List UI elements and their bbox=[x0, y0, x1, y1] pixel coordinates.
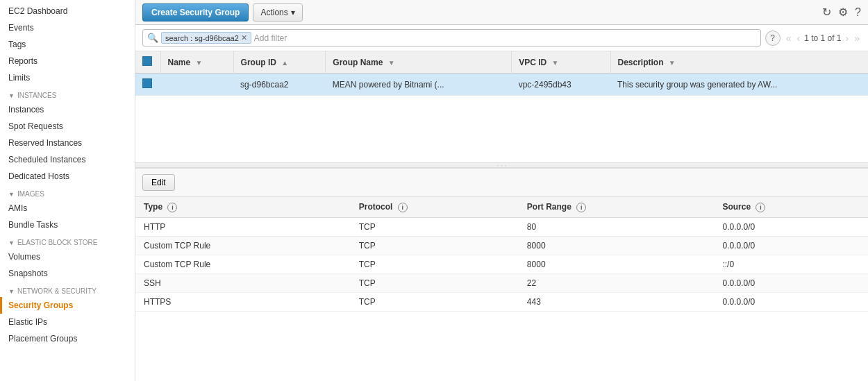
detail-protocol: TCP bbox=[351, 237, 519, 255]
row-group-name: MEAN powered by Bitnami (... bbox=[326, 74, 512, 96]
sidebar-item-reserved-instances[interactable]: Reserved Instances bbox=[0, 135, 135, 151]
table-header-group-id[interactable]: Group ID ▲ bbox=[233, 51, 326, 74]
row-name bbox=[160, 74, 233, 96]
toolbar-right: ↻ ⚙ ? bbox=[822, 6, 861, 19]
detail-type: HTTP bbox=[135, 218, 351, 237]
sidebar-item-placement-groups[interactable]: Placement Groups bbox=[0, 330, 135, 347]
sidebar-item-volumes[interactable]: Volumes bbox=[0, 248, 135, 265]
sidebar-section-network-&-security: ▼ NETWORK & SECURITYSecurity GroupsElast… bbox=[0, 282, 135, 347]
sidebar-item-ec2-dashboard[interactable]: EC2 Dashboard bbox=[0, 3, 135, 19]
detail-type: HTTPS bbox=[135, 293, 351, 312]
section-arrow-icon: ▼ bbox=[8, 191, 15, 198]
table-header-row: Name ▼ Group ID ▲ Group Name ▼ VPC ID ▼ … bbox=[135, 51, 868, 74]
pagination-first-button[interactable]: « bbox=[785, 33, 793, 44]
type-info-icon[interactable]: i bbox=[167, 203, 177, 212]
detail-type: Custom TCP Rule bbox=[135, 237, 351, 255]
detail-header-protocol: Protocol i bbox=[351, 197, 519, 218]
detail-source: ::/0 bbox=[714, 255, 868, 274]
detail-table-row: HTTP TCP 80 0.0.0.0/0 bbox=[135, 218, 868, 237]
detail-port-range: 80 bbox=[519, 218, 715, 237]
detail-table-row: Custom TCP Rule TCP 8000 ::/0 bbox=[135, 255, 868, 274]
row-description: This security group was generated by AW.… bbox=[610, 74, 868, 96]
table-header-description[interactable]: Description ▼ bbox=[610, 51, 868, 74]
detail-port-range: 443 bbox=[519, 293, 715, 312]
sidebar-item-snapshots[interactable]: Snapshots bbox=[0, 265, 135, 282]
row-group-id: sg-d96bcaa2 bbox=[233, 74, 326, 96]
detail-panel: Edit Type i Protocol i Port Range i Sour… bbox=[135, 168, 868, 381]
sidebar-section-images: ▼ IMAGESAMIsBundle Tasks bbox=[0, 185, 135, 233]
detail-protocol: TCP bbox=[351, 218, 519, 237]
toolbar: Create Security Group Actions ▾ ↻ ⚙ ? bbox=[135, 0, 868, 25]
sidebar-item-security-groups[interactable]: Security Groups bbox=[0, 297, 135, 314]
sort-icon: ▼ bbox=[669, 59, 676, 67]
sidebar-item-scheduled-instances[interactable]: Scheduled Instances bbox=[0, 151, 135, 168]
detail-port-range: 8000 bbox=[519, 255, 715, 274]
security-groups-table: Name ▼ Group ID ▲ Group Name ▼ VPC ID ▼ … bbox=[135, 51, 868, 96]
pagination: « ‹ 1 to 1 of 1 › » bbox=[785, 33, 861, 44]
table-row[interactable]: sg-d96bcaa2 MEAN powered by Bitnami (...… bbox=[135, 74, 868, 96]
detail-type: SSH bbox=[135, 274, 351, 293]
detail-table-row: Custom TCP Rule TCP 8000 0.0.0.0/0 bbox=[135, 237, 868, 255]
section-title: IMAGES bbox=[17, 190, 44, 198]
detail-source: 0.0.0.0/0 bbox=[714, 218, 868, 237]
sidebar-item-limits[interactable]: Limits bbox=[0, 69, 135, 86]
edit-button[interactable]: Edit bbox=[142, 174, 175, 191]
search-tag-close[interactable]: ✕ bbox=[241, 33, 247, 42]
table-header-checkbox[interactable] bbox=[135, 51, 160, 74]
detail-header-type: Type i bbox=[135, 197, 351, 218]
header-checkbox[interactable] bbox=[142, 56, 152, 66]
detail-protocol: TCP bbox=[351, 255, 519, 274]
pagination-prev-button[interactable]: ‹ bbox=[795, 33, 801, 44]
help-button[interactable]: ? bbox=[855, 6, 861, 19]
create-security-group-button[interactable]: Create Security Group bbox=[142, 3, 249, 22]
detail-source: 0.0.0.0/0 bbox=[714, 237, 868, 255]
detail-header-port-range: Port Range i bbox=[519, 197, 715, 218]
detail-header-row: Type i Protocol i Port Range i Source i bbox=[135, 197, 868, 218]
resize-handle[interactable]: · · · bbox=[135, 162, 868, 168]
settings-button[interactable]: ⚙ bbox=[838, 6, 848, 19]
sort-icon: ▲ bbox=[281, 59, 288, 67]
detail-port-range: 8000 bbox=[519, 237, 715, 255]
sidebar-item-instances[interactable]: Instances bbox=[0, 101, 135, 118]
sidebar-item-events[interactable]: Events bbox=[0, 19, 135, 36]
sidebar-section-elastic-block-store: ▼ ELASTIC BLOCK STOREVolumesSnapshots bbox=[0, 233, 135, 282]
port-range-info-icon[interactable]: i bbox=[576, 203, 586, 212]
search-bar: 🔍 search : sg-d96bcaa2 ✕ Add filter ? « … bbox=[135, 25, 868, 51]
search-tag: search : sg-d96bcaa2 ✕ bbox=[161, 32, 251, 44]
sidebar-item-reports[interactable]: Reports bbox=[0, 53, 135, 69]
search-box[interactable]: 🔍 search : sg-d96bcaa2 ✕ Add filter bbox=[142, 29, 761, 46]
detail-table-row: HTTPS TCP 443 0.0.0.0/0 bbox=[135, 293, 868, 312]
sort-icon: ▼ bbox=[552, 59, 559, 67]
section-arrow-icon: ▼ bbox=[8, 239, 15, 246]
row-checkbox-cell[interactable] bbox=[135, 74, 160, 96]
pagination-text: 1 to 1 of 1 bbox=[804, 33, 841, 43]
sidebar-item-tags[interactable]: Tags bbox=[0, 36, 135, 53]
sort-icon: ▼ bbox=[388, 59, 395, 67]
actions-button[interactable]: Actions ▾ bbox=[253, 3, 302, 22]
actions-arrow-icon: ▾ bbox=[291, 8, 295, 17]
detail-source: 0.0.0.0/0 bbox=[714, 293, 868, 312]
protocol-info-icon[interactable]: i bbox=[398, 203, 408, 212]
sidebar-item-amis[interactable]: AMIs bbox=[0, 200, 135, 217]
section-title: NETWORK & SECURITY bbox=[17, 287, 97, 295]
pagination-next-button[interactable]: › bbox=[844, 33, 851, 44]
table-header-name[interactable]: Name ▼ bbox=[160, 51, 233, 74]
sidebar-item-elastic-ips[interactable]: Elastic IPs bbox=[0, 314, 135, 330]
sidebar-item-dedicated-hosts[interactable]: Dedicated Hosts bbox=[0, 168, 135, 185]
pagination-last-button[interactable]: » bbox=[853, 33, 861, 44]
sidebar-item-bundle-tasks[interactable]: Bundle Tasks bbox=[0, 217, 135, 233]
table-header-vpc-id[interactable]: VPC ID ▼ bbox=[512, 51, 610, 74]
table-header-group-name[interactable]: Group Name ▼ bbox=[326, 51, 512, 74]
refresh-button[interactable]: ↻ bbox=[822, 6, 831, 19]
row-vpc-id: vpc-2495db43 bbox=[512, 74, 610, 96]
main-content: Create Security Group Actions ▾ ↻ ⚙ ? 🔍 … bbox=[135, 0, 868, 381]
row-checkbox[interactable] bbox=[142, 78, 152, 88]
source-info-icon[interactable]: i bbox=[756, 203, 765, 212]
sidebar-section-instances: ▼ INSTANCESInstancesSpot RequestsReserve… bbox=[0, 86, 135, 185]
section-title: ELASTIC BLOCK STORE bbox=[17, 239, 97, 246]
search-icon: 🔍 bbox=[147, 33, 158, 43]
actions-label: Actions bbox=[260, 8, 287, 17]
sidebar-item-spot-requests[interactable]: Spot Requests bbox=[0, 118, 135, 135]
add-filter-placeholder[interactable]: Add filter bbox=[254, 33, 756, 43]
search-help-button[interactable]: ? bbox=[765, 31, 781, 46]
